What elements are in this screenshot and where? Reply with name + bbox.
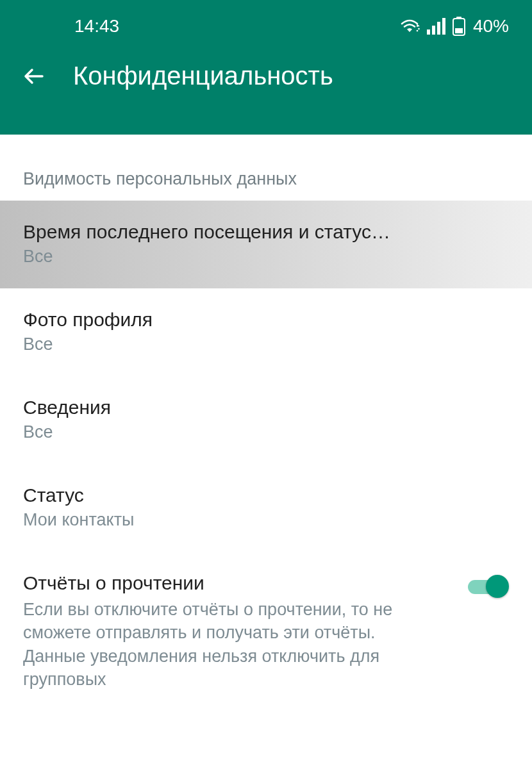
setting-title: Статус bbox=[23, 484, 509, 506]
battery-icon bbox=[453, 17, 465, 36]
setting-read-receipts[interactable]: Отчёты о прочтении Если вы отключите отч… bbox=[0, 552, 532, 713]
switch-thumb bbox=[486, 575, 509, 598]
setting-title: Отчёты о прочтении bbox=[23, 572, 455, 594]
setting-about[interactable]: Сведения Все bbox=[0, 376, 532, 464]
page-title: Конфиденциальность bbox=[73, 62, 333, 90]
setting-last-seen[interactable]: Время последнего посещения и статус… Все bbox=[0, 201, 532, 288]
setting-value: Все bbox=[23, 335, 509, 354]
svg-rect-3 bbox=[432, 26, 435, 35]
back-button[interactable] bbox=[19, 62, 47, 90]
status-time: 14:43 bbox=[23, 16, 119, 37]
setting-profile-photo[interactable]: Фото профиля Все bbox=[0, 288, 532, 376]
setting-value: Все bbox=[23, 422, 509, 442]
svg-point-0 bbox=[417, 30, 419, 32]
svg-point-1 bbox=[418, 28, 420, 30]
svg-rect-8 bbox=[455, 28, 463, 33]
svg-rect-5 bbox=[442, 18, 445, 35]
status-bar: 14:43 bbox=[0, 0, 532, 46]
status-icons: 40% bbox=[399, 16, 509, 37]
svg-rect-4 bbox=[437, 22, 440, 35]
setting-value: Мои контакты bbox=[23, 510, 509, 530]
section-header: Видимость персональных данных bbox=[0, 135, 532, 201]
wifi-icon bbox=[399, 18, 420, 35]
arrow-left-icon bbox=[21, 63, 46, 89]
setting-title: Время последнего посещения и статус… bbox=[23, 221, 509, 243]
setting-title: Фото профиля bbox=[23, 309, 509, 331]
setting-title: Сведения bbox=[23, 397, 509, 418]
signal-icon bbox=[427, 18, 446, 35]
title-bar: Конфиденциальность bbox=[0, 46, 532, 90]
setting-description: Если вы отключите отчёты о прочтении, то… bbox=[23, 598, 420, 691]
app-header: 14:43 bbox=[0, 0, 532, 135]
settings-content: Видимость персональных данных Время посл… bbox=[0, 135, 532, 713]
svg-rect-2 bbox=[427, 29, 430, 35]
setting-value: Все bbox=[23, 247, 509, 267]
battery-percentage: 40% bbox=[473, 16, 509, 37]
read-receipts-toggle[interactable] bbox=[468, 575, 509, 598]
setting-status[interactable]: Статус Мои контакты bbox=[0, 464, 532, 552]
